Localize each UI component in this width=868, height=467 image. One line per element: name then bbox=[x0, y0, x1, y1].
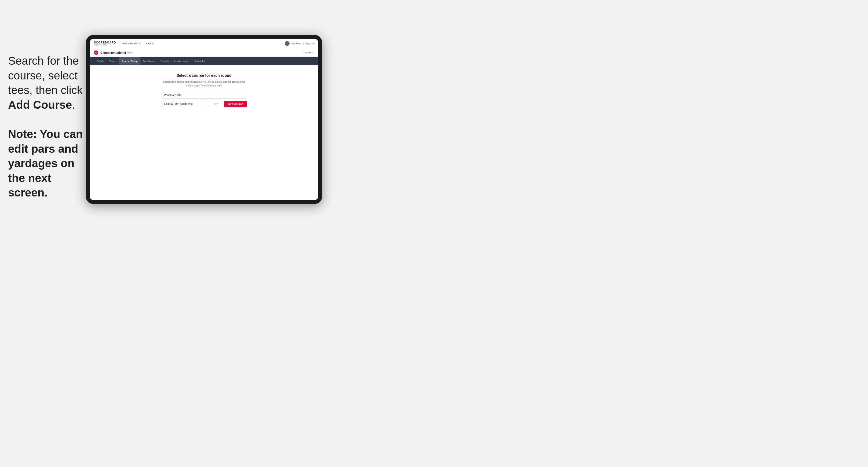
course-search-input[interactable] bbox=[161, 92, 247, 98]
tee-select-row: Gold (M) (M) (7010 yds) × ⌃ Add Course bbox=[161, 101, 247, 107]
tab-teams[interactable]: Teams bbox=[107, 57, 119, 65]
nav-teams[interactable]: TEAMS bbox=[145, 41, 154, 46]
main-content: Select a course for each round Search fo… bbox=[90, 65, 318, 200]
tournament-name: Clippd Invitational bbox=[100, 51, 126, 54]
user-avatar: T bbox=[285, 41, 289, 46]
tab-printables[interactable]: Printables bbox=[192, 57, 208, 65]
avatar-letter: T bbox=[286, 42, 287, 44]
logo-sub: Powered by clippd bbox=[94, 44, 116, 45]
panel-title: Select a course for each round bbox=[161, 73, 247, 77]
tab-results[interactable]: Results bbox=[158, 57, 172, 65]
tee-clear-icon[interactable]: × bbox=[214, 102, 216, 105]
annotation-text: Search for the course, select tees, then… bbox=[8, 54, 83, 200]
tee-toggle-icon[interactable]: ⌃ bbox=[217, 102, 219, 105]
nav-links: TOURNAMENTS TEAMS bbox=[120, 41, 284, 46]
tournament-type: (Men) bbox=[127, 51, 133, 54]
tabs-bar: Details Teams Course Setup Tee Groups Re… bbox=[90, 57, 318, 65]
panel-description: Search for a course and select a tee. Yo… bbox=[161, 80, 247, 88]
nav-tournaments[interactable]: TOURNAMENTS bbox=[120, 41, 141, 46]
nav-right: T Test User | Sign out bbox=[285, 41, 314, 46]
annotation-bold: Add Course bbox=[8, 98, 72, 111]
tab-course-setup[interactable]: Course Setup bbox=[119, 57, 141, 65]
top-nav: SCOREBOARD Powered by clippd TOURNAMENTS… bbox=[90, 39, 318, 48]
logo-area: SCOREBOARD Powered by clippd bbox=[94, 41, 116, 45]
sign-out-link[interactable]: Sign out bbox=[305, 42, 314, 45]
annotation-note: Note: You can edit pars and yardages on … bbox=[8, 128, 83, 199]
tee-select-value: Gold (M) (M) (7010 yds) bbox=[164, 102, 193, 105]
tablet-screen: SCOREBOARD Powered by clippd TOURNAMENTS… bbox=[90, 39, 318, 200]
annotation-line1: Search for the course, select tees, then… bbox=[8, 55, 83, 111]
add-course-button[interactable]: Add Course bbox=[224, 101, 247, 107]
tab-tee-groups[interactable]: Tee Groups bbox=[141, 57, 158, 65]
course-setup-panel: Select a course for each round Search fo… bbox=[161, 73, 247, 107]
tournament-header: C Clippd Invitational (Men) Cancel ✕ bbox=[90, 48, 318, 57]
tablet-frame: SCOREBOARD Powered by clippd TOURNAMENTS… bbox=[86, 35, 322, 204]
tee-select[interactable]: Gold (M) (M) (7010 yds) × ⌃ bbox=[161, 101, 222, 107]
user-label: Test User bbox=[291, 42, 302, 45]
tab-leaderboards[interactable]: Leaderboards bbox=[172, 57, 192, 65]
cancel-button[interactable]: Cancel ✕ bbox=[304, 51, 314, 54]
tab-details[interactable]: Details bbox=[94, 57, 107, 65]
tee-select-controls: × ⌃ bbox=[214, 102, 219, 105]
logo-text: SCOREBOARD bbox=[94, 41, 116, 44]
tournament-icon: C bbox=[94, 51, 98, 55]
nav-separator: | bbox=[303, 42, 304, 45]
